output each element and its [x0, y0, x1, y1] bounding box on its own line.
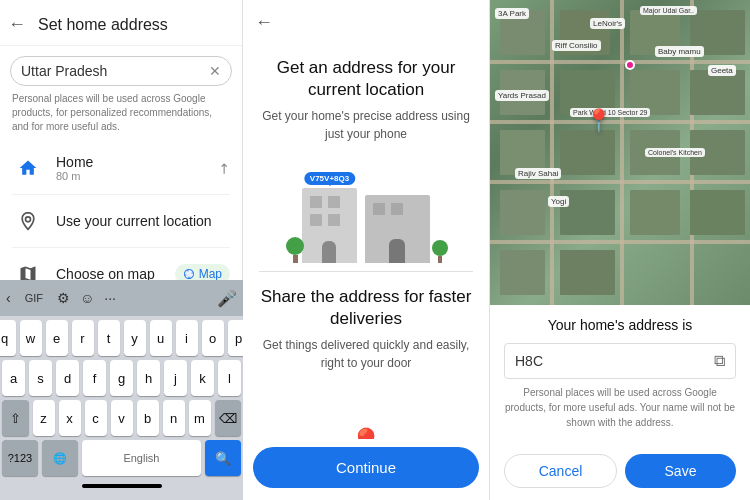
key-d[interactable]: d — [56, 360, 79, 396]
map-label-park: 3A Park — [495, 8, 529, 19]
cancel-button[interactable]: Cancel — [504, 454, 617, 488]
key-z[interactable]: z — [33, 400, 55, 436]
settings-icon[interactable]: ⚙ — [57, 290, 70, 306]
keyboard-back-icon[interactable]: ‹ — [6, 290, 11, 306]
block10 — [560, 130, 615, 175]
map-label-geeta: Geeta — [708, 65, 736, 76]
key-shift[interactable]: ⇧ — [2, 400, 29, 436]
address-value: H8C — [515, 353, 714, 369]
key-t[interactable]: t — [98, 320, 120, 356]
search-input-value: Uttar Pradesh — [21, 63, 209, 79]
keyboard-row-4: ?123 🌐 English 🔍 — [2, 440, 241, 476]
back-button[interactable]: ← — [8, 14, 26, 35]
key-e[interactable]: e — [46, 320, 68, 356]
map-red-pin: 📍 — [585, 108, 612, 134]
home-location-info: Home 80 m — [56, 154, 218, 182]
key-h[interactable]: h — [137, 360, 160, 396]
map-background: 3A Park LeNoir's Major Udai Gar.. Riff C… — [490, 0, 750, 305]
key-b[interactable]: b — [137, 400, 159, 436]
key-num[interactable]: ?123 — [2, 440, 38, 476]
current-location-info: Use your current location — [56, 213, 230, 229]
delivery-illustration: 📍 — [259, 384, 473, 439]
keyboard-toolbar: ‹ GIF ⚙ ☺ ··· 🎤 — [0, 280, 243, 316]
key-m[interactable]: m — [189, 400, 211, 436]
mic-icon[interactable]: 🎤 — [217, 289, 237, 308]
key-q[interactable]: q — [0, 320, 16, 356]
mid-header: ← — [243, 0, 489, 41]
gif-button[interactable]: GIF — [21, 290, 47, 306]
key-lang[interactable]: 🌐 — [42, 440, 78, 476]
key-j[interactable]: j — [164, 360, 187, 396]
current-location-item[interactable]: Use your current location — [0, 195, 242, 247]
key-k[interactable]: k — [191, 360, 214, 396]
block15 — [630, 190, 680, 235]
section-get-address: Get an address for your current location… — [259, 41, 473, 155]
address-section: Your home's address is H8C ⧉ Personal pl… — [490, 305, 750, 500]
key-g[interactable]: g — [110, 360, 133, 396]
address-title: Your home's address is — [504, 317, 736, 333]
map-container[interactable]: 3A Park LeNoir's Major Udai Gar.. Riff C… — [490, 0, 750, 305]
section-share-address: Share the address for faster deliveries … — [259, 272, 473, 384]
key-s[interactable]: s — [29, 360, 52, 396]
key-v[interactable]: v — [111, 400, 133, 436]
map-pink-marker — [625, 60, 635, 70]
section1-subtitle: Get your home's precise address using ju… — [259, 107, 473, 143]
delivery-pin-icon: 📍 — [346, 426, 386, 439]
map-label-yogi: Yogi — [548, 196, 569, 207]
search-bar[interactable]: Uttar Pradesh ✕ — [10, 56, 232, 86]
map-badge-label: Map — [199, 267, 222, 281]
more-icon[interactable]: ··· — [104, 290, 116, 306]
map-label-yards: Yards Prasad — [495, 90, 549, 101]
left-header: ← Set home address — [0, 0, 242, 46]
block13 — [500, 190, 545, 235]
map-label-riff: Riff Consilio — [552, 40, 601, 51]
key-f[interactable]: f — [83, 360, 106, 396]
block18 — [560, 250, 615, 295]
sticker-icon[interactable]: ☺ — [80, 290, 94, 306]
middle-panel: ← Get an address for your current locati… — [243, 0, 490, 500]
personal-places-note: Personal places will be used across Goog… — [0, 92, 242, 142]
key-w[interactable]: w — [20, 320, 42, 356]
block17 — [500, 250, 545, 295]
address-note: Personal places will be used across Goog… — [504, 385, 736, 430]
key-r[interactable]: r — [72, 320, 94, 356]
home-location-item[interactable]: Home 80 m ↗ — [0, 142, 242, 194]
block8 — [690, 70, 745, 115]
key-backspace[interactable]: ⌫ — [215, 400, 242, 436]
save-button[interactable]: Save — [625, 454, 736, 488]
section1-title: Get an address for your current location — [259, 57, 473, 101]
left-panel: ← Set home address Uttar Pradesh ✕ Perso… — [0, 0, 243, 500]
search-clear-button[interactable]: ✕ — [209, 63, 221, 79]
keyboard-rows: q w e r t y u i o p a s d f g h j k l — [0, 316, 243, 482]
action-buttons: Cancel Save — [504, 454, 736, 488]
map-label-lenoir: LeNoir's — [590, 18, 625, 29]
keyboard-row-2: a s d f g h j k l — [2, 360, 241, 396]
key-space[interactable]: English — [82, 440, 201, 476]
key-u[interactable]: u — [150, 320, 172, 356]
svg-point-0 — [26, 217, 31, 222]
map-label-udai: Major Udai Gar.. — [640, 6, 697, 15]
right-panel: 3A Park LeNoir's Major Udai Gar.. Riff C… — [490, 0, 750, 500]
continue-button[interactable]: Continue — [253, 447, 479, 488]
home-sublabel: 80 m — [56, 170, 218, 182]
key-a[interactable]: a — [2, 360, 25, 396]
key-search[interactable]: 🔍 — [205, 440, 241, 476]
key-x[interactable]: x — [59, 400, 81, 436]
current-location-label: Use your current location — [56, 213, 230, 229]
key-l[interactable]: l — [218, 360, 241, 396]
key-o[interactable]: o — [202, 320, 224, 356]
building-illustration: V75V+8Q3 — [276, 163, 456, 263]
key-i[interactable]: i — [176, 320, 198, 356]
block16 — [690, 190, 745, 235]
key-p[interactable]: p — [228, 320, 244, 356]
page-title: Set home address — [38, 16, 168, 34]
key-c[interactable]: c — [85, 400, 107, 436]
home-indicator — [82, 484, 162, 488]
key-y[interactable]: y — [124, 320, 146, 356]
keyboard-row-1: q w e r t y u i o p — [2, 320, 241, 356]
section2-title: Share the address for faster deliveries — [259, 286, 473, 330]
copy-button[interactable]: ⧉ — [714, 352, 725, 370]
home-icon — [12, 152, 44, 184]
key-n[interactable]: n — [163, 400, 185, 436]
mid-back-button[interactable]: ← — [255, 12, 273, 33]
